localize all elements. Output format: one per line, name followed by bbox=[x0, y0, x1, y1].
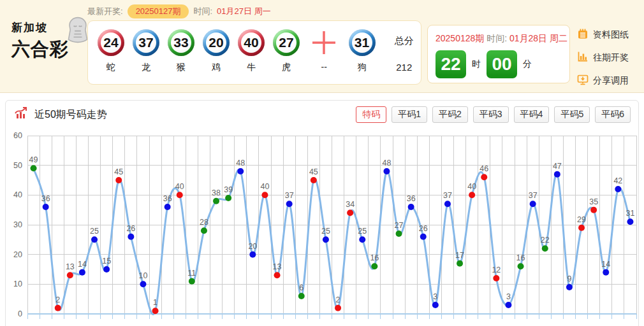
quick-link-label: 资料图纸 bbox=[593, 29, 629, 41]
data-point bbox=[225, 195, 231, 201]
tab-normal2[interactable]: 平码2 bbox=[432, 106, 468, 123]
y-axis-label: 50 bbox=[13, 161, 22, 170]
data-point-label: 25 bbox=[90, 227, 99, 236]
data-point-label: 34 bbox=[346, 200, 355, 209]
data-point-label: 20 bbox=[248, 242, 257, 251]
data-point bbox=[311, 177, 317, 183]
data-point bbox=[590, 207, 597, 213]
data-point-label: 25 bbox=[358, 227, 367, 236]
ball-zodiac: 牛 bbox=[247, 62, 256, 73]
data-point bbox=[615, 186, 621, 192]
plus-icon bbox=[310, 29, 338, 56]
data-point-label: 22 bbox=[541, 236, 550, 244]
data-point bbox=[444, 201, 451, 207]
data-point-label: 31 bbox=[626, 209, 634, 218]
data-point bbox=[335, 305, 341, 311]
countdown-hours: 22 bbox=[435, 50, 466, 78]
ball-zodiac: 鸡 bbox=[212, 62, 221, 73]
ball-zodiac: 猴 bbox=[177, 62, 186, 73]
separator-zodiac: -- bbox=[321, 62, 327, 72]
y-axis-label: 30 bbox=[13, 220, 22, 229]
ball-number: 31 bbox=[352, 32, 372, 53]
ball-zodiac: 蛇 bbox=[106, 62, 115, 73]
notebook-icon bbox=[577, 28, 589, 41]
site-logo[interactable]: 新加坡 六合彩 bbox=[11, 20, 87, 62]
data-point-label: 28 bbox=[200, 218, 209, 227]
data-point-label: 11 bbox=[187, 269, 196, 278]
ball-cell-2: 37 龙 bbox=[133, 29, 159, 73]
data-point-label: 36 bbox=[407, 194, 416, 203]
data-point bbox=[177, 192, 183, 198]
data-point bbox=[383, 168, 390, 174]
data-point-label: 37 bbox=[529, 191, 538, 200]
lottery-ball-green: 33 bbox=[168, 29, 194, 56]
data-point bbox=[237, 168, 244, 174]
data-point-label: 6 bbox=[299, 283, 304, 292]
ball-number: 27 bbox=[276, 32, 296, 53]
next-time-label: 时间: bbox=[487, 33, 507, 43]
lottery-ball-blue: 20 bbox=[203, 29, 230, 56]
data-point bbox=[481, 174, 487, 180]
share-monitor-icon bbox=[577, 74, 589, 87]
data-point-label: 2 bbox=[55, 295, 60, 304]
plus-separator: -- bbox=[308, 29, 340, 72]
data-point bbox=[165, 204, 171, 210]
data-point-label: 29 bbox=[577, 215, 586, 224]
data-point-label: 38 bbox=[212, 188, 221, 197]
ball-cell-1: 24 蛇 bbox=[98, 29, 124, 73]
ball-number: 37 bbox=[136, 32, 156, 53]
latest-draw-infobar: 最新开奖: 20250127期 时间: 01月27日 周一 bbox=[87, 4, 271, 18]
quick-link-1[interactable]: 资料图纸 bbox=[577, 28, 629, 41]
ball-cell-4: 20 鸡 bbox=[203, 29, 230, 73]
data-point bbox=[140, 281, 146, 287]
data-point-label: 48 bbox=[236, 159, 245, 167]
data-point bbox=[103, 266, 110, 273]
tab-normal3[interactable]: 平码3 bbox=[473, 106, 509, 123]
data-point-label: 36 bbox=[163, 194, 172, 203]
data-point bbox=[578, 225, 585, 231]
data-point-label: 26 bbox=[419, 224, 428, 233]
trend-icon bbox=[15, 107, 29, 122]
data-point-label: 45 bbox=[309, 167, 318, 176]
data-point-label: 39 bbox=[224, 185, 233, 194]
data-point-label: 27 bbox=[395, 221, 404, 230]
quick-link-label: 分享调用 bbox=[593, 75, 629, 87]
tab-special[interactable]: 特码 bbox=[356, 106, 386, 123]
data-point-label: 9 bbox=[567, 274, 571, 283]
tab-normal6[interactable]: 平码6 bbox=[595, 106, 631, 123]
data-point bbox=[505, 302, 511, 308]
data-point bbox=[115, 177, 122, 183]
data-point-label: 36 bbox=[41, 194, 50, 203]
data-point-label: 16 bbox=[516, 253, 525, 262]
data-point bbox=[566, 284, 573, 290]
quick-link-3[interactable]: 分享调用 bbox=[577, 74, 629, 87]
countdown: 22 时 00 分 bbox=[435, 50, 569, 78]
time-label: 时间: bbox=[193, 6, 212, 17]
total-score: 总分 212 bbox=[388, 29, 421, 73]
data-point bbox=[128, 234, 134, 240]
latest-result-panel: 24 蛇 37 龙 33 猴 20 bbox=[87, 20, 421, 85]
data-point-label: 3 bbox=[506, 292, 511, 301]
tab-normal5[interactable]: 平码5 bbox=[554, 106, 590, 123]
chart-panel-header: 近50期号码走势 特码平码1平码2平码3平码4平码5平码6 bbox=[6, 101, 638, 129]
data-point bbox=[493, 275, 499, 281]
latest-draw-time: 01月27日 周一 bbox=[217, 6, 271, 17]
countdown-minutes: 00 bbox=[487, 50, 517, 78]
ball-zodiac: 虎 bbox=[282, 62, 291, 73]
lottery-ball-red: 24 bbox=[98, 29, 124, 56]
data-point bbox=[542, 245, 548, 252]
data-point-label: 37 bbox=[285, 191, 294, 200]
data-point bbox=[189, 278, 195, 285]
data-point-label: 47 bbox=[553, 162, 562, 171]
data-point bbox=[530, 201, 536, 207]
data-point bbox=[67, 272, 73, 278]
ball-cell-special: 31 狗 bbox=[349, 29, 376, 73]
chart-tabs: 特码平码1平码2平码3平码4平码5平码6 bbox=[356, 106, 631, 123]
quick-link-2[interactable]: 往期开奖 bbox=[577, 51, 629, 64]
next-issue: 20250128期 bbox=[435, 33, 484, 43]
tab-normal4[interactable]: 平码4 bbox=[514, 106, 550, 123]
latest-issue-badge: 20250127期 bbox=[128, 4, 189, 18]
data-point-label: 40 bbox=[260, 182, 269, 191]
next-date: 01月28日 周二 bbox=[509, 33, 567, 43]
tab-normal1[interactable]: 平码1 bbox=[392, 106, 427, 123]
